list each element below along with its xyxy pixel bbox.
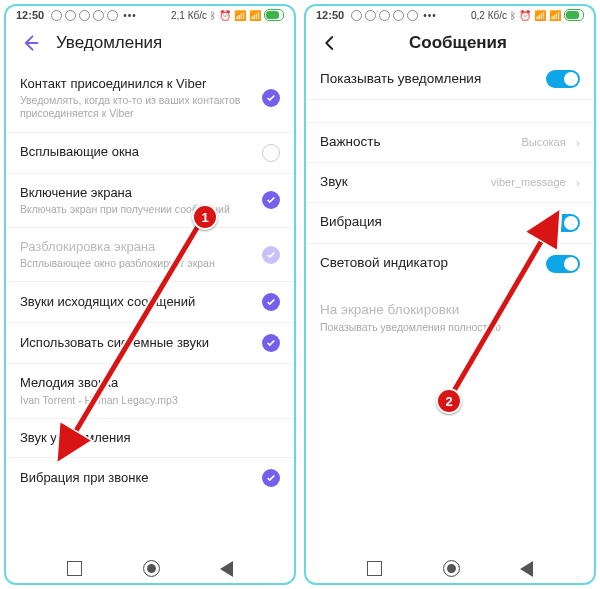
row-title: Разблокировка экрана <box>20 239 252 255</box>
row-title: На экране блокировки <box>320 302 580 319</box>
row-lock-screen: На экране блокировки Показывать уведомле… <box>306 284 594 345</box>
section-divider <box>306 99 594 122</box>
row-unlock-screen: Разблокировка экрана Всплывающее окно ра… <box>6 227 294 281</box>
row-vibrate-on-call[interactable]: Вибрация при звонке <box>6 457 294 498</box>
row-sound[interactable]: Звук viber_message › <box>306 162 594 202</box>
bluetooth-icon: ᛒ <box>210 10 216 21</box>
signal-icon: 📶 <box>234 10 246 21</box>
bluetooth-icon: ᛒ <box>510 10 516 21</box>
row-contact-joined[interactable]: Контакт присоединился к Viber Уведомлять… <box>6 65 294 132</box>
battery-icon <box>564 9 584 21</box>
status-time: 12:50 <box>16 9 44 21</box>
battery-icon <box>264 9 284 21</box>
android-navbar <box>6 552 294 583</box>
checkmark-icon[interactable] <box>262 469 280 487</box>
row-title: Включение экрана <box>20 185 252 201</box>
android-navbar <box>306 552 594 583</box>
row-screen-on[interactable]: Включение экрана Включать экран при полу… <box>6 173 294 227</box>
status-dot-icon <box>79 10 90 21</box>
row-ringtone[interactable]: Мелодия звонка Ivan Torrent - Human Lega… <box>6 363 294 417</box>
status-ellipsis-icon: ••• <box>123 10 137 21</box>
nav-recents-icon[interactable] <box>67 561 82 576</box>
nav-back-icon[interactable] <box>220 561 233 577</box>
net-speed: 0,2 Кб/с <box>471 10 507 21</box>
row-title: Вибрация при звонке <box>20 470 252 486</box>
statusbar: 12:50 ••• 0,2 Кб/с ᛒ ⏰ 📶 📶 <box>306 6 594 23</box>
phone-left: 12:50 ••• 2,1 Кб/с ᛒ ⏰ 📶 📶 Уведомления К… <box>4 4 296 585</box>
toggle-on-icon[interactable] <box>546 70 580 88</box>
status-ellipsis-icon: ••• <box>423 10 437 21</box>
settings-list[interactable]: Показывать уведомления Важность Высокая … <box>306 59 594 552</box>
page-title: Сообщения <box>336 33 580 53</box>
row-subtitle: Всплывающее окно разблокирует экран <box>20 257 252 270</box>
row-title: Важность <box>320 134 512 151</box>
row-title: Контакт присоединился к Viber <box>20 76 252 92</box>
checkmark-icon[interactable] <box>262 334 280 352</box>
row-outgoing-sounds[interactable]: Звуки исходящих сообщений <box>6 281 294 322</box>
row-title: Использовать системные звуки <box>20 335 252 351</box>
status-dot-icon <box>93 10 104 21</box>
row-importance[interactable]: Важность Высокая › <box>306 122 594 162</box>
nav-recents-icon[interactable] <box>367 561 382 576</box>
row-title: Звуки исходящих сообщений <box>20 294 252 310</box>
signal-icon: 📶 <box>534 10 546 21</box>
row-show-notifications[interactable]: Показывать уведомления <box>306 59 594 99</box>
statusbar: 12:50 ••• 2,1 Кб/с ᛒ ⏰ 📶 📶 <box>6 6 294 23</box>
header: Сообщения <box>306 23 594 59</box>
row-subtitle: Уведомлять, когда кто-то из ваших контак… <box>20 94 252 120</box>
status-dot-icon <box>65 10 76 21</box>
header: Уведомления <box>6 23 294 65</box>
nav-back-icon[interactable] <box>520 561 533 577</box>
checkmark-icon <box>262 246 280 264</box>
nav-home-icon[interactable] <box>443 560 460 577</box>
row-popup-windows[interactable]: Всплывающие окна <box>6 132 294 173</box>
status-dot-icon <box>379 10 390 21</box>
status-dot-icon <box>107 10 118 21</box>
row-value: Высокая <box>522 136 566 148</box>
nav-home-icon[interactable] <box>143 560 160 577</box>
phone-right: 12:50 ••• 0,2 Кб/с ᛒ ⏰ 📶 📶 Сообщения Пок… <box>304 4 596 585</box>
row-title: Звук <box>320 174 481 191</box>
toggle-on-icon[interactable] <box>546 214 580 232</box>
row-notification-sound[interactable]: Звук уведомления <box>6 418 294 457</box>
status-dot-icon <box>407 10 418 21</box>
toggle-on-icon[interactable] <box>546 255 580 273</box>
row-system-sounds[interactable]: Использовать системные звуки <box>6 322 294 363</box>
back-arrow-icon[interactable] <box>20 33 40 53</box>
chevron-right-icon: › <box>576 175 580 190</box>
alarm-icon: ⏰ <box>519 10 531 21</box>
status-dot-icon <box>393 10 404 21</box>
settings-list[interactable]: Контакт присоединился к Viber Уведомлять… <box>6 65 294 552</box>
row-subtitle: Включать экран при получении сообщений <box>20 203 252 216</box>
row-subtitle: Показывать уведомления полностью <box>320 321 580 334</box>
wifi-icon: 📶 <box>249 10 261 21</box>
checkmark-icon[interactable] <box>262 89 280 107</box>
row-subtitle: Ivan Torrent - Human Legacy.mp3 <box>20 394 280 407</box>
status-dot-icon <box>351 10 362 21</box>
net-speed: 2,1 Кб/с <box>171 10 207 21</box>
row-value: viber_message <box>491 176 566 188</box>
status-time: 12:50 <box>316 9 344 21</box>
wifi-icon: 📶 <box>549 10 561 21</box>
row-title: Всплывающие окна <box>20 144 252 160</box>
status-dot-icon <box>365 10 376 21</box>
row-title: Мелодия звонка <box>20 375 280 391</box>
chevron-right-icon: › <box>576 135 580 150</box>
row-title: Показывать уведомления <box>320 71 536 88</box>
page-title: Уведомления <box>56 33 162 53</box>
status-dot-icon <box>51 10 62 21</box>
row-light-indicator[interactable]: Световой индикатор <box>306 243 594 284</box>
row-vibration[interactable]: Вибрация <box>306 202 594 243</box>
checkmark-icon[interactable] <box>262 293 280 311</box>
row-title: Световой индикатор <box>320 255 536 272</box>
checkmark-icon[interactable] <box>262 191 280 209</box>
row-title: Вибрация <box>320 214 536 231</box>
row-title: Звук уведомления <box>20 430 280 446</box>
radio-empty-icon[interactable] <box>262 144 280 162</box>
alarm-icon: ⏰ <box>219 10 231 21</box>
